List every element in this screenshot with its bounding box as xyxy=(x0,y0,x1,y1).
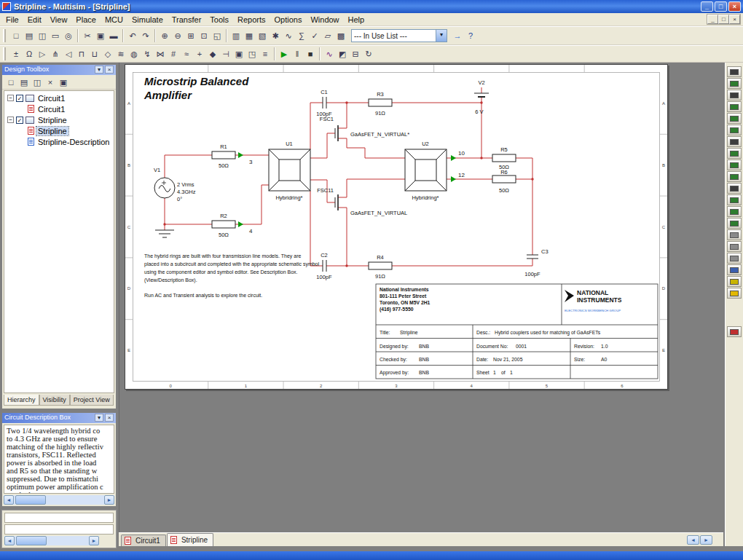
new-schematic-icon[interactable]: □ xyxy=(4,76,17,89)
help-icon[interactable]: ? xyxy=(464,29,477,42)
menu-tools[interactable]: Tools xyxy=(205,14,233,25)
create-component-icon[interactable]: ✱ xyxy=(269,29,282,42)
sheet-tab-stripline[interactable]: Stripline xyxy=(167,533,213,546)
logic-converter-icon[interactable] xyxy=(727,171,742,182)
scrollbar-thumb[interactable] xyxy=(16,536,47,545)
autohide-pin-icon[interactable]: ▾ xyxy=(95,414,103,422)
zoom-out-icon[interactable]: ⊖ xyxy=(171,29,184,42)
refresh-icon[interactable]: ↻ xyxy=(362,47,375,60)
place-ni-component-icon[interactable]: ◆ xyxy=(206,47,219,60)
menu-place[interactable]: Place xyxy=(71,14,101,25)
panel-h-scrollbar[interactable]: ◄ ► xyxy=(4,536,99,545)
place-basic-icon[interactable]: Ω xyxy=(23,47,36,60)
zoom-fit-icon[interactable]: ⊡ xyxy=(197,29,211,42)
tree-expander-icon[interactable]: − xyxy=(7,95,14,101)
place-transistor-icon[interactable]: ⋔ xyxy=(49,47,62,60)
postprocessor-icon[interactable]: ∑ xyxy=(295,29,308,42)
menu-help[interactable]: Help xyxy=(344,14,369,25)
component-fsc11-gaasfet[interactable] xyxy=(335,194,338,210)
toolbox-tab-visibility[interactable]: Visibility xyxy=(39,395,70,406)
mdi-restore-button[interactable]: □ xyxy=(718,15,729,24)
grapher-view-icon[interactable]: ◩ xyxy=(336,47,349,60)
save-icon[interactable]: ◫ xyxy=(36,29,49,42)
panel-row[interactable] xyxy=(4,524,114,535)
copy-icon[interactable]: ▣ xyxy=(94,29,107,42)
component-r6-resistor[interactable] xyxy=(492,176,516,183)
panel-close-icon[interactable]: × xyxy=(105,66,114,74)
menu-window[interactable]: Window xyxy=(306,14,343,25)
place-misc-digital-icon[interactable]: ◇ xyxy=(101,47,114,60)
tektronix-oscilloscope-icon[interactable] xyxy=(727,264,742,275)
redo-icon[interactable]: ↷ xyxy=(139,29,152,42)
network-analyzer-icon[interactable] xyxy=(727,218,742,229)
panel-row[interactable] xyxy=(4,513,114,523)
multimeter-icon[interactable] xyxy=(727,66,742,77)
zoom-in-icon[interactable]: ⊕ xyxy=(158,29,171,42)
mdi-minimize-button[interactable]: _ xyxy=(707,15,718,24)
word-generator-icon[interactable] xyxy=(727,148,742,159)
menu-mcu[interactable]: MCU xyxy=(101,14,127,25)
open-design-icon[interactable]: ▤ xyxy=(17,76,31,89)
component-v1-ac-source[interactable] xyxy=(154,178,175,198)
agilent-oscilloscope-icon[interactable] xyxy=(727,253,742,264)
scroll-left-icon[interactable]: ◄ xyxy=(4,495,14,505)
run-simulation-button[interactable]: ▶ xyxy=(278,47,291,60)
tree-checkbox[interactable]: ✓ xyxy=(16,117,23,124)
print-icon[interactable]: ▭ xyxy=(49,29,62,42)
place-hierarchical-block-icon[interactable]: ◳ xyxy=(245,47,259,60)
component-v2-battery[interactable] xyxy=(474,93,489,97)
place-advanced-peripherals-icon[interactable]: # xyxy=(167,47,180,60)
active-analysis-icon[interactable]: ∿ xyxy=(323,47,336,60)
schematic-canvas[interactable]: 0123456AABBCCDDEE Microstrip Balanced Am… xyxy=(119,63,723,532)
cut-icon[interactable]: ✂ xyxy=(81,29,94,42)
agilent-function-generator-icon[interactable] xyxy=(727,229,742,240)
logic-analyzer-icon[interactable] xyxy=(727,159,742,170)
menu-reports[interactable]: Reports xyxy=(233,14,270,25)
labview-instruments-icon[interactable] xyxy=(727,288,742,299)
component-fsc1-gaasfet[interactable] xyxy=(335,125,338,141)
grapher-icon[interactable]: ∿ xyxy=(282,29,295,42)
iv-analyzer-icon[interactable] xyxy=(727,183,742,194)
function-generator-icon[interactable] xyxy=(727,78,742,89)
paste-icon[interactable]: ▬ xyxy=(107,29,120,42)
education-web-page-icon[interactable]: → xyxy=(451,29,464,42)
place-analog-icon[interactable]: ◁ xyxy=(62,47,75,60)
place-power-component-icon[interactable]: ↯ xyxy=(141,47,154,60)
toolbox-tab-project-view[interactable]: Project View xyxy=(70,395,114,406)
mdi-close-button[interactable]: × xyxy=(729,15,740,24)
component-r2-resistor[interactable] xyxy=(212,221,235,228)
component-u2-hybridring[interactable] xyxy=(405,149,447,191)
place-ttl-icon[interactable]: ⊓ xyxy=(75,47,88,60)
toolbox-tab-hierarchy[interactable]: Hierarchy xyxy=(4,395,39,406)
print-preview-icon[interactable]: ◎ xyxy=(62,29,75,42)
four-channel-oscilloscope-icon[interactable] xyxy=(727,113,742,124)
place-electromechanical-icon[interactable]: + xyxy=(193,47,206,60)
oscilloscope-icon[interactable] xyxy=(727,101,742,112)
place-mcu-icon[interactable]: ▣ xyxy=(232,47,245,60)
tree-expander-icon[interactable]: − xyxy=(7,117,14,123)
tree-node-circuit1[interactable]: −✓Circuit1 xyxy=(4,92,114,103)
place-indicator-icon[interactable]: ◍ xyxy=(127,47,141,60)
tab-scroll-right-icon[interactable]: ► xyxy=(700,535,712,545)
minimize-button[interactable]: _ xyxy=(701,1,713,12)
component-r1-resistor[interactable] xyxy=(212,151,235,159)
capture-screen-area-icon[interactable]: ▱ xyxy=(321,29,334,42)
component-c1-capacitor[interactable] xyxy=(323,97,326,109)
tree-node-circuit1[interactable]: Circuit1 xyxy=(4,103,114,114)
component-r4-resistor[interactable] xyxy=(369,262,392,269)
postprocessor-view-icon[interactable]: ⊟ xyxy=(349,47,362,60)
schematic-sheet[interactable]: 0123456AABBCCDDEE Microstrip Balanced Am… xyxy=(125,64,668,390)
new-file-icon[interactable]: □ xyxy=(9,29,23,42)
restore-button[interactable]: □ xyxy=(715,1,727,12)
tree-node-stripline[interactable]: −✓Stripline xyxy=(4,114,114,125)
design-toolbox-toggle-icon[interactable]: ▥ xyxy=(229,29,243,42)
autohide-pin-icon[interactable]: ▾ xyxy=(95,66,103,74)
place-rf-icon[interactable]: ≈ xyxy=(180,47,193,60)
tree-node-stripline[interactable]: Stripline xyxy=(4,125,114,136)
bode-plotter-icon[interactable] xyxy=(727,125,742,135)
electrical-rules-check-icon[interactable]: ✓ xyxy=(308,29,321,42)
ground-symbol[interactable] xyxy=(155,230,174,237)
distortion-analyzer-icon[interactable] xyxy=(727,194,742,205)
save-design-icon[interactable]: ◫ xyxy=(31,76,44,89)
stop-simulation-button[interactable]: ■ xyxy=(304,47,317,60)
